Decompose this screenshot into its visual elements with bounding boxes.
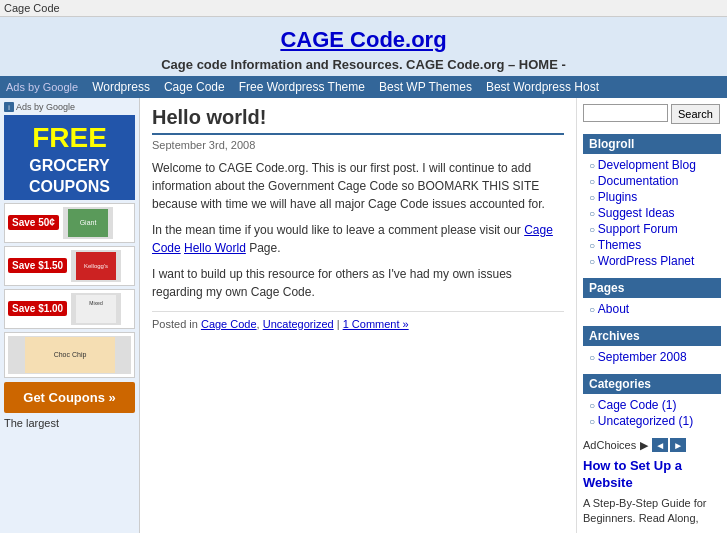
blogroll-item-suggest: Suggest Ideas: [589, 206, 721, 220]
nav-link-cagecode[interactable]: Cage Code: [164, 80, 225, 94]
get-coupons-button[interactable]: Get Coupons »: [4, 382, 135, 413]
svg-text:Kellogg's: Kellogg's: [84, 263, 108, 269]
promo-title[interactable]: How to Set Up a Website: [583, 458, 721, 492]
blogroll-link-suggest[interactable]: Suggest Ideas: [598, 206, 675, 220]
ads-badge-label: Ads by Google: [16, 102, 75, 112]
coupon-save-1: Save 50¢: [8, 215, 59, 230]
blogroll-link-docs[interactable]: Documentation: [598, 174, 679, 188]
pages-title: Pages: [583, 278, 721, 298]
ad-free-text: FREE: [8, 121, 131, 155]
hello-world-link[interactable]: Hello World: [184, 241, 246, 255]
ads-badge-icon: i: [4, 102, 14, 112]
svg-text:Mixed: Mixed: [90, 300, 104, 306]
promo-desc: A Step-By-Step Guide for Beginners. Read…: [583, 496, 721, 527]
pages-list: About: [583, 302, 721, 316]
svg-text:Giant: Giant: [79, 219, 96, 226]
blogroll-link-dev[interactable]: Development Blog: [598, 158, 696, 172]
ad-choices-bar: AdChoices ▶ ◄ ►: [583, 438, 721, 452]
coupon-img-1: Giant: [63, 207, 113, 239]
nav-link-freetheme[interactable]: Free Wordpress Theme: [239, 80, 365, 94]
title-bar-text: Cage Code: [4, 2, 60, 14]
post-footer: Posted in Cage Code, Uncategorized | 1 C…: [152, 311, 564, 330]
post-body: Welcome to CAGE Code.org. This is our fi…: [152, 159, 564, 301]
coupon-item-3: Save $1.00 Mixed: [4, 289, 135, 329]
blogroll-link-themes[interactable]: Themes: [598, 238, 641, 252]
blogroll-link-wp[interactable]: WordPress Planet: [598, 254, 695, 268]
site-title-link[interactable]: CAGE Code.org: [280, 27, 446, 52]
nav-bar: Ads by Google Wordpress Cage Code Free W…: [0, 76, 727, 98]
archives-link-sep2008[interactable]: September 2008: [598, 350, 687, 364]
ads-badge: i Ads by Google: [4, 102, 135, 112]
blogroll-item-docs: Documentation: [589, 174, 721, 188]
ad-grocery-text: GROCERY: [29, 157, 109, 174]
pages-item-about: About: [589, 302, 721, 316]
blogroll-link-support[interactable]: Support Forum: [598, 222, 678, 236]
title-bar: Cage Code: [0, 0, 727, 17]
search-input[interactable]: [583, 104, 668, 122]
nav-link-wordpress[interactable]: Wordpress: [92, 80, 150, 94]
largest-text: The largest: [4, 417, 135, 429]
category-cagecode[interactable]: Cage Code: [201, 318, 257, 330]
ad-nav: ◄ ►: [652, 438, 686, 452]
ad-nav-next[interactable]: ►: [670, 438, 686, 452]
coupon-save-2: Save $1.50: [8, 258, 67, 273]
archives-item-sep2008: September 2008: [589, 350, 721, 364]
site-tagline: Cage code Information and Resources. CAG…: [4, 57, 723, 72]
post-paragraph-2: In the mean time if you would like to le…: [152, 221, 564, 257]
category-uncategorized[interactable]: Uncategorized: [263, 318, 334, 330]
site-title: CAGE Code.org: [4, 27, 723, 53]
blogroll-item-plugins: Plugins: [589, 190, 721, 204]
main-area: i Ads by Google FREE GROCERY COUPONS Sav…: [0, 98, 727, 533]
get-coupons-label: Get Coupons »: [23, 390, 115, 405]
blogroll-list: Development Blog Documentation Plugins S…: [583, 158, 721, 268]
svg-text:Choc Chip: Choc Chip: [53, 351, 86, 359]
left-ad-column: i Ads by Google FREE GROCERY COUPONS Sav…: [0, 98, 140, 533]
coupon-save-3: Save $1.00: [8, 301, 67, 316]
coupon-img-3: Mixed: [71, 293, 121, 325]
nav-link-besthost[interactable]: Best Wordpress Host: [486, 80, 599, 94]
categories-link-uncategorized[interactable]: Uncategorized (1): [598, 414, 693, 428]
categories-item-uncategorized: Uncategorized (1): [589, 414, 721, 428]
site-header: CAGE Code.org Cage code Information and …: [0, 17, 727, 76]
blogroll-item-dev: Development Blog: [589, 158, 721, 172]
ad-choices-label: AdChoices: [583, 439, 636, 451]
ad-box: FREE GROCERY COUPONS: [4, 115, 135, 200]
post-title: Hello world!: [152, 106, 564, 135]
search-button[interactable]: Search: [671, 104, 720, 124]
ad-nav-prev[interactable]: ◄: [652, 438, 668, 452]
categories-title: Categories: [583, 374, 721, 394]
coupon-item-2: Save $1.50 Kellogg's: [4, 246, 135, 286]
archives-list: September 2008: [583, 350, 721, 364]
post-date: September 3rd, 2008: [152, 139, 564, 151]
archives-title: Archives: [583, 326, 721, 346]
ad-choices-icon: ▶: [640, 439, 648, 452]
blogroll-title: Blogroll: [583, 134, 721, 154]
post-paragraph-3: I want to build up this resource for oth…: [152, 265, 564, 301]
ads-by-google-label: Ads by Google: [6, 81, 78, 93]
pages-link-about[interactable]: About: [598, 302, 629, 316]
blogroll-link-plugins[interactable]: Plugins: [598, 190, 637, 204]
blogroll-item-themes: Themes: [589, 238, 721, 252]
comment-link[interactable]: 1 Comment »: [343, 318, 409, 330]
ad-coupons-text: COUPONS: [29, 178, 110, 195]
content-area: Hello world! September 3rd, 2008 Welcome…: [140, 98, 577, 533]
posted-in-label: Posted in: [152, 318, 198, 330]
search-box: Search: [583, 104, 721, 124]
coupon-img-4: Choc Chip: [8, 336, 131, 374]
post-paragraph-1: Welcome to CAGE Code.org. This is our fi…: [152, 159, 564, 213]
blogroll-item-support: Support Forum: [589, 222, 721, 236]
blogroll-item-wp: WordPress Planet: [589, 254, 721, 268]
coupon-item-4: Choc Chip: [4, 332, 135, 378]
coupon-item-1: Save 50¢ Giant: [4, 203, 135, 243]
nav-link-bestthemes[interactable]: Best WP Themes: [379, 80, 472, 94]
categories-item-cagecode: Cage Code (1): [589, 398, 721, 412]
coupon-img-2: Kellogg's: [71, 250, 121, 282]
sidebar: Search Blogroll Development Blog Documen…: [577, 98, 727, 533]
categories-list: Cage Code (1) Uncategorized (1): [583, 398, 721, 428]
categories-link-cagecode[interactable]: Cage Code (1): [598, 398, 677, 412]
